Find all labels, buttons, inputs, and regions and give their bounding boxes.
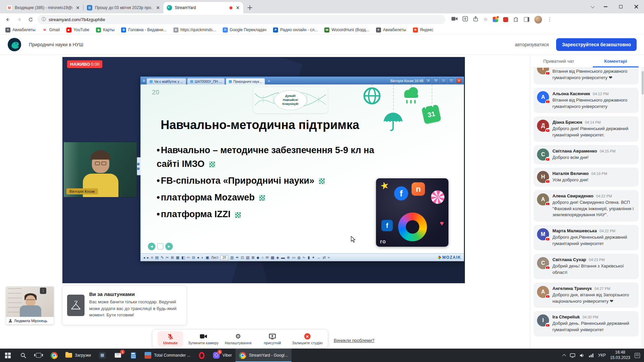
taskbar-downloads[interactable]: Загрузки xyxy=(62,349,95,362)
window-close-button[interactable] xyxy=(629,0,644,13)
tab-comments[interactable]: Коментарі xyxy=(587,55,644,67)
window-minimize-button[interactable] xyxy=(598,0,613,13)
bookmark-item[interactable]: ◆ Карты xyxy=(96,27,114,33)
tab-close-icon[interactable] xyxy=(235,5,240,10)
umbrella-icon xyxy=(383,112,404,133)
bookmark-item[interactable]: Р Радио онлайн - сл... xyxy=(273,27,318,33)
toolbar-icon: ≈ xyxy=(328,256,330,259)
new-tab-button[interactable] xyxy=(245,3,255,12)
toolbar-icon: ▬ xyxy=(281,256,285,259)
bookmark-item[interactable]: ▶ YouTube xyxy=(66,27,89,33)
tile-menu-button[interactable] xyxy=(40,288,46,294)
browser-tab-streamyard[interactable]: StreamYard xyxy=(163,2,243,13)
speaker-icon[interactable] xyxy=(580,353,584,358)
site-info-icon[interactable] xyxy=(42,16,46,22)
register-button[interactable]: Зареєструйтеся безкоштовно xyxy=(556,38,637,51)
avatar: С xyxy=(537,257,549,269)
leave-studio-button[interactable]: Залишите студію xyxy=(292,331,323,347)
present-button[interactable]: присутній xyxy=(258,331,287,347)
taskbar-calculator[interactable] xyxy=(125,349,141,362)
report-problem-link[interactable]: Виникли проблеми? xyxy=(334,338,374,343)
calendar-icon: 31 xyxy=(421,104,441,124)
bookmark-item[interactable]: В Головна - Видавни... xyxy=(121,27,166,33)
side-panel-icon[interactable] xyxy=(524,17,529,22)
share-icon[interactable] xyxy=(473,16,478,23)
menu-icon: ≡ xyxy=(143,78,145,83)
toolbar-icon: ▥ xyxy=(230,256,233,259)
qr-link-icon xyxy=(319,178,325,184)
screen-share-window: ≡ Чи є майбутнє у ... Ш470000У_ПН ... xyxy=(140,76,464,261)
tray-expand-icon[interactable] xyxy=(562,354,566,358)
heart-icon xyxy=(440,220,444,227)
bookmark-item[interactable]: M Gmail xyxy=(42,27,60,33)
back-button[interactable] xyxy=(3,15,12,24)
taskbar-app-dark[interactable] xyxy=(95,349,110,362)
toolbar-icon: ● xyxy=(197,256,200,259)
self-video-tile[interactable]: Людмила Міронець xyxy=(6,287,54,324)
bookmark-item[interactable]: Я Яндекс xyxy=(413,27,433,33)
settings-button[interactable]: Налаштування xyxy=(223,331,253,347)
notification-center-icon[interactable] xyxy=(635,353,640,358)
network-icon[interactable] xyxy=(589,353,594,357)
login-link[interactable]: авторизуватися xyxy=(515,42,549,47)
unmute-button[interactable]: Unmute xyxy=(158,331,183,347)
bookmark-item[interactable]: ✈ Авиабилеты xyxy=(5,27,36,33)
next-page-icon xyxy=(165,243,173,250)
camera-icon xyxy=(200,333,207,340)
toolbar-icon: ▸ xyxy=(147,256,149,259)
bookmark-item[interactable]: W WooordHunt (Ворд... xyxy=(324,27,369,33)
taskbar-viber[interactable]: Viber 5 xyxy=(209,349,235,362)
camera-in-use-icon[interactable] xyxy=(451,16,458,22)
window-maximize-button[interactable] xyxy=(613,0,629,13)
translate-icon[interactable] xyxy=(463,16,468,23)
taskbar-chrome-button[interactable] xyxy=(46,349,62,362)
comment-text: Доброго дня,Рівненський державний гумані… xyxy=(552,234,635,247)
chat-scrollbar[interactable] xyxy=(641,68,644,349)
scrollbar-thumb[interactable] xyxy=(642,71,644,95)
comment-text: Доброго дня, вітання від Запорізького на… xyxy=(552,292,635,305)
tab-search-button[interactable] xyxy=(588,0,598,13)
taskbar-streamyard-window[interactable]: StreamYard - Googl... xyxy=(235,349,291,362)
browser-tab-document[interactable]: Прошу до 03 квітня 2023р про... xyxy=(84,2,163,13)
taskbar-mail[interactable]: 1 xyxy=(110,349,125,362)
notice-body: Вас може бачити тільки господар. Ведучий… xyxy=(89,299,182,318)
bookmark-item[interactable]: П Google Перекладач xyxy=(223,27,266,33)
url-bar[interactable]: streamyard.com/7b4zguph8e xyxy=(38,15,445,24)
task-view-button[interactable] xyxy=(31,349,46,362)
tab-private-chat[interactable]: Приватний чат xyxy=(530,55,587,67)
page-thumbnail-icon xyxy=(157,243,163,249)
browser-menu-icon[interactable]: ⋮ xyxy=(547,16,552,22)
mail-icon xyxy=(115,353,121,358)
tab-close-icon[interactable] xyxy=(75,5,80,10)
taskbar-opera[interactable] xyxy=(194,349,209,362)
gear-icon xyxy=(235,333,241,340)
reload-button[interactable] xyxy=(26,15,35,24)
stop-camera-button[interactable]: Зупинити камеру xyxy=(188,331,219,347)
clock[interactable]: 16:48 15.03.2023 xyxy=(610,350,630,360)
comments-list[interactable]: І Інна Піддубна 04:11 PM Вітання від Рів… xyxy=(530,68,644,349)
toolbar-icon: ⊟ xyxy=(192,256,195,259)
extension-icon[interactable] xyxy=(503,17,508,22)
comment-time: 04:23 PM xyxy=(589,258,605,262)
sheet-label: Лист xyxy=(211,256,219,259)
mozaik-logo: MOZAIK xyxy=(438,255,461,260)
taskbar-total-commander[interactable]: Total Commander ... xyxy=(141,349,194,362)
bookmark-item[interactable]: ⊕ https://quickminds... xyxy=(173,27,216,33)
present-icon xyxy=(269,333,276,340)
start-button[interactable] xyxy=(0,349,15,362)
profile-avatar[interactable] xyxy=(534,16,542,23)
bookmark-star-icon[interactable]: ☆ xyxy=(483,16,488,22)
forward-button[interactable] xyxy=(15,15,23,24)
extension-1440-icon[interactable] xyxy=(493,17,498,22)
presenter-camera-tile: Вікторія Косик xyxy=(64,142,137,197)
comment-text: Доброго дня! Рівненський державний гуман… xyxy=(552,126,635,138)
bookmark-item[interactable]: ✈ Авиабилеты xyxy=(376,27,406,33)
display-icon[interactable] xyxy=(570,353,575,358)
language-indicator[interactable]: УКР xyxy=(598,353,606,358)
tab-close-icon[interactable] xyxy=(155,5,161,10)
avatar: І xyxy=(537,68,549,74)
extensions-puzzle-icon[interactable] xyxy=(513,16,519,23)
taskbar-search-button[interactable] xyxy=(15,349,31,362)
browser-tab-inbox[interactable]: M Входящие (385) - mironets19@g... xyxy=(3,2,83,13)
rainbow-ring-icon xyxy=(398,213,427,241)
